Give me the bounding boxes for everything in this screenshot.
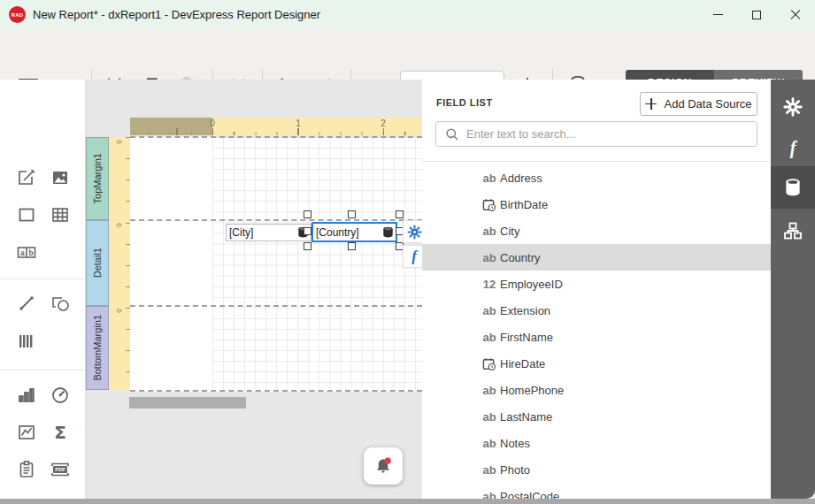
panel-tool[interactable] (15, 203, 38, 226)
field-name: Extension (500, 304, 550, 317)
separator (0, 370, 86, 370)
clipboard-tool[interactable] (15, 458, 38, 481)
tab-report-explorer[interactable] (771, 210, 815, 252)
band-detail[interactable]: Detail1 (86, 220, 109, 306)
label-tool[interactable] (15, 166, 38, 189)
window-bottom-edge (0, 499, 815, 504)
pdf-content-tool[interactable]: PDF (49, 458, 72, 481)
chart-tool[interactable] (15, 384, 38, 407)
field-list-item[interactable]: ab City (422, 218, 771, 244)
resize-handle-n[interactable] (348, 210, 356, 218)
pdf-icon: PDF (49, 459, 72, 480)
bar-chart-icon (16, 385, 37, 406)
field-country-label[interactable]: [Country] (311, 222, 397, 242)
report-designer-window: RAD New Report* - dxReport1 - DevExpress… (0, 0, 815, 504)
field-name: Country (500, 251, 541, 264)
field-text: [Country] (313, 226, 382, 239)
field-list-item[interactable]: ab LastName (422, 403, 771, 430)
tab-field-list[interactable] (771, 166, 815, 209)
line-tool[interactable] (15, 292, 38, 315)
maximize-button[interactable] (737, 0, 776, 29)
maximize-icon (752, 11, 761, 19)
separator (422, 161, 771, 162)
shape-tool[interactable] (49, 292, 72, 315)
shape-icon (50, 293, 71, 314)
field-type-icon: ab (482, 251, 496, 264)
resize-handle-nw[interactable] (304, 210, 311, 218)
character-comb-tool[interactable]: a b (15, 241, 38, 263)
field-list-item[interactable]: ab FirstName (422, 324, 771, 350)
field-name: City (500, 225, 519, 238)
database-icon (783, 177, 803, 198)
toolbox: a b (0, 80, 86, 499)
band-separator[interactable] (130, 305, 422, 307)
report-page[interactable] (130, 137, 422, 392)
band-top-margin[interactable]: TopMargin1 (86, 137, 109, 220)
design-grid (212, 137, 422, 392)
barcode-icon (16, 331, 37, 352)
field-city-label[interactable]: [City] (226, 224, 311, 241)
band-label: TopMargin1 (92, 153, 103, 203)
close-button[interactable] (776, 0, 815, 29)
resize-handle-ne[interactable] (396, 210, 404, 218)
field-search (435, 121, 757, 147)
field-list: ab Address (422, 164, 771, 499)
table-icon (50, 204, 71, 225)
svg-text:a: a (20, 248, 25, 257)
add-data-source-label: Add Data Source (664, 97, 751, 111)
field-list-item[interactable]: 12 EmployeeID (422, 271, 771, 297)
band-label: BottomMargin1 (92, 315, 103, 381)
resize-handle-sw[interactable] (304, 242, 311, 250)
band-separator[interactable] (130, 390, 422, 392)
horizontal-scrollbar-thumb[interactable] (129, 397, 246, 409)
field-list-item[interactable]: ab Notes (422, 430, 771, 456)
search-input[interactable] (466, 127, 757, 141)
notifications-button[interactable] (364, 447, 403, 485)
field-name: Address (500, 172, 542, 185)
field-list-item[interactable]: ab HomePhone (422, 377, 771, 403)
field-list-item[interactable]: ab Address (422, 164, 771, 191)
band-separator[interactable] (130, 219, 422, 221)
gauge-tool[interactable] (49, 384, 72, 407)
field-list-item[interactable]: ab PostalCode (422, 483, 771, 499)
ruler-number: 0 (210, 118, 215, 128)
design-surface[interactable]: 0 1 2 TopMargin1 Detail1 BottomMargin1 0… (86, 80, 422, 499)
date-field-icon (482, 198, 496, 212)
sigma-icon: Σ (54, 422, 66, 443)
add-data-source-button[interactable]: Add Data Source (640, 92, 757, 116)
barcode-tool[interactable] (15, 330, 38, 353)
field-list-item[interactable]: ab Country (422, 244, 771, 271)
sparkline-tool[interactable] (15, 421, 38, 444)
field-list-item[interactable]: HireDate (422, 350, 771, 377)
field-list-item[interactable]: ab Extension (422, 297, 771, 324)
plus-icon (645, 98, 657, 110)
band-bottom-margin[interactable]: BottomMargin1 (86, 306, 109, 390)
panel-title: FIELD LIST (436, 97, 493, 108)
main-toolbar: 100% DESIGN PREVIEW (0, 29, 815, 80)
gauge-icon (50, 385, 71, 406)
label-tool-icon (16, 167, 37, 188)
hierarchy-icon (783, 221, 803, 241)
resize-handle-w[interactable] (304, 227, 311, 235)
sparkline-icon (16, 422, 37, 443)
gear-icon (783, 97, 803, 117)
field-type-icon: ab (482, 304, 496, 317)
character-comb-icon: a b (15, 241, 38, 263)
ruler-number: 2 (381, 118, 386, 128)
table-tool[interactable] (49, 203, 72, 226)
field-type-icon: ab (482, 437, 496, 450)
window-title: New Report* - dxReport1 - DevExpress Rep… (33, 8, 320, 21)
resize-handle-s[interactable] (348, 242, 356, 250)
field-list-item[interactable]: ab Photo (422, 456, 771, 483)
field-name: BirthDate (500, 198, 548, 211)
minimize-button[interactable] (698, 0, 737, 29)
clipboard-icon (16, 459, 37, 480)
field-name: Photo (500, 463, 530, 477)
horizontal-ruler: 0 1 2 (130, 118, 422, 135)
field-list-item[interactable]: BirthDate (422, 191, 771, 218)
summary-tool[interactable]: Σ (49, 421, 72, 444)
gear-icon (407, 225, 422, 240)
tab-expressions[interactable]: f (771, 126, 815, 169)
picture-box-tool[interactable] (49, 166, 72, 189)
tab-properties[interactable] (771, 86, 815, 128)
